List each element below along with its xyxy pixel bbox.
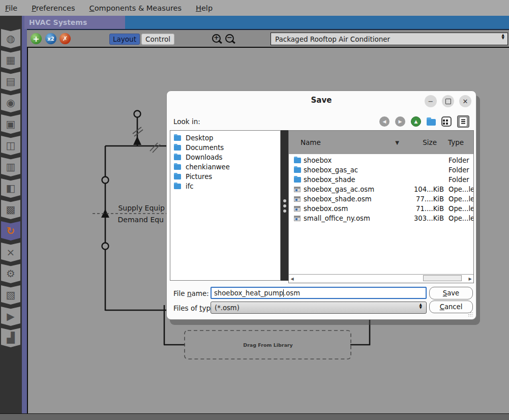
place-item-documents[interactable]: Documents <box>170 143 280 153</box>
save-button[interactable]: Save <box>429 287 473 299</box>
file-size-cell: 71....KiB <box>403 205 444 213</box>
table-row[interactable]: shoeboxFolder <box>289 156 473 165</box>
loop-node[interactable] <box>134 111 141 117</box>
table-row[interactable]: shoebox.osm71....KiBOpe...les <box>289 204 473 214</box>
place-item-pictures[interactable]: Pictures <box>170 172 280 182</box>
scroll-right-icon[interactable]: ▶ <box>467 275 473 283</box>
folder-icon <box>174 145 181 151</box>
file-list: shoeboxFoldershoebox_gas_acFoldershoebox… <box>289 154 473 274</box>
list-view-icon <box>460 117 467 126</box>
place-item-ifc[interactable]: ifc <box>170 182 280 191</box>
table-row[interactable]: shoebox_shadeFolder <box>289 175 473 185</box>
loop-node[interactable] <box>102 243 109 250</box>
maximize-button[interactable] <box>442 95 454 107</box>
file-size-cell: 303...KiB <box>403 215 444 222</box>
detail-view-button[interactable] <box>457 115 469 128</box>
places-panel: DesktopDocumentsDownloadschenkianweePict… <box>170 130 281 281</box>
folder-icon <box>174 184 181 189</box>
place-label: ifc <box>186 183 194 190</box>
place-label: chenkianwee <box>186 163 230 171</box>
table-row[interactable]: shoebox_gas_ac.osm104...KiBOpe...les <box>289 185 473 194</box>
file-name-cell: shoebox_shade <box>301 176 403 184</box>
scrollbar-thumb[interactable] <box>423 275 462 281</box>
osm-file-icon <box>294 216 301 221</box>
place-label: Pictures <box>186 173 212 181</box>
osm-file-icon <box>294 206 301 212</box>
file-type-cell: Ope...les <box>444 186 473 193</box>
text-cursor <box>283 289 284 297</box>
file-size-cell: 104...KiB <box>403 186 444 193</box>
grid-view-icon <box>443 119 445 122</box>
back-button[interactable]: ◀ <box>379 116 390 127</box>
file-name-input[interactable]: shoebox_heat_pump.osm <box>211 287 427 299</box>
folder-icon <box>174 155 181 160</box>
table-row[interactable]: small_office_ny.osm303...KiBOpe...les <box>289 214 473 223</box>
file-name-cell: shoebox.osm <box>301 205 403 213</box>
app-window: FilePreferencesComponents & MeasuresHelp… <box>0 0 509 420</box>
supply-side-label: Supply Equip <box>118 204 165 212</box>
icon-view-button[interactable] <box>441 116 452 127</box>
folder-icon <box>174 135 181 141</box>
osm-file-icon <box>294 187 301 192</box>
file-type-cell: Folder <box>444 176 473 184</box>
osm-file-icon <box>294 196 301 202</box>
column-header-type[interactable]: Type <box>444 138 473 146</box>
file-name-cell: shoebox_gas_ac <box>301 166 403 174</box>
file-size-cell: 77....KiB <box>403 195 444 203</box>
place-item-downloads[interactable]: Downloads <box>170 153 280 162</box>
drag-from-library-label: Drag From Library <box>243 342 293 348</box>
cancel-button[interactable]: Cancel <box>429 301 473 313</box>
file-type-cell: Ope...les <box>444 215 473 222</box>
table-row[interactable]: shoebox_gas_acFolder <box>289 165 473 175</box>
file-type-cell: Ope...les <box>444 205 473 213</box>
new-folder-button[interactable] <box>427 119 436 126</box>
spinner-arrows-icon: ▲▼ <box>420 304 422 310</box>
folder-icon <box>174 174 181 179</box>
demand-side-label: Demand Equ <box>118 216 164 224</box>
horizontal-scrollbar[interactable]: ◀ ▶ <box>289 274 473 283</box>
sort-indicator-icon: ▼ <box>395 140 403 145</box>
up-directory-button[interactable]: ▲ <box>411 116 421 127</box>
file-table: Name ▼ Size Type shoeboxFoldershoebox_ga… <box>288 130 474 283</box>
place-label: Desktop <box>186 134 213 142</box>
panel-splitter[interactable] <box>281 130 288 281</box>
column-header-name[interactable]: Name ▼ <box>289 138 403 146</box>
forward-button[interactable]: ▶ <box>395 116 405 127</box>
file-name-cell: shoebox <box>301 157 403 164</box>
file-name-cell: shoebox_shade.osm <box>301 195 403 203</box>
place-item-chenkianwee[interactable]: chenkianwee <box>170 162 280 172</box>
file-type-cell: Ope...les <box>444 195 473 203</box>
file-type-cell: Folder <box>444 166 473 174</box>
file-name-cell: shoebox_gas_ac.osm <box>301 186 403 193</box>
file-type-value: (*.osm) <box>215 304 239 312</box>
resize-grip[interactable] <box>468 312 473 317</box>
close-button[interactable]: ✕ <box>459 95 471 107</box>
file-name-cell: small_office_ny.osm <box>301 215 403 222</box>
column-header-size[interactable]: Size <box>403 138 444 146</box>
folder-icon <box>294 177 301 183</box>
folder-icon <box>174 164 181 170</box>
scroll-left-icon[interactable]: ◀ <box>289 275 295 283</box>
table-header: Name ▼ Size Type <box>289 131 473 154</box>
file-name-label: File name: <box>173 289 209 297</box>
folder-icon <box>294 158 301 163</box>
table-row[interactable]: shoebox_shade.osm77....KiBOpe...les <box>289 194 473 204</box>
minimize-button[interactable]: − <box>425 95 437 107</box>
file-type-cell: Folder <box>444 157 473 164</box>
place-label: Downloads <box>186 154 222 161</box>
file-type-dropdown[interactable]: (*.osm) ▲▼ <box>211 302 427 314</box>
look-in-label: Look in: <box>173 117 200 126</box>
place-label: Documents <box>186 144 224 152</box>
loop-node[interactable] <box>102 177 109 184</box>
place-item-desktop[interactable]: Desktop <box>170 133 280 143</box>
save-dialog: Save − ✕ Look in: ◀ ▶ ▲ DesktopDocuments… <box>166 91 476 320</box>
folder-icon <box>294 167 301 173</box>
